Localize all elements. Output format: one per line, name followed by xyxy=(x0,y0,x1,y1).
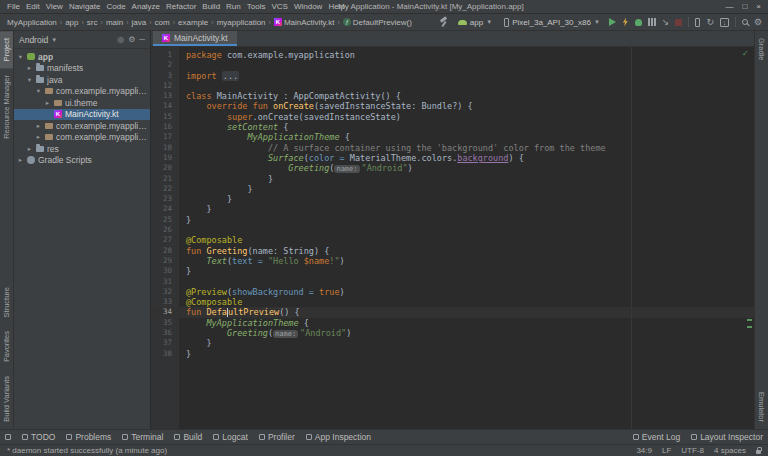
caret-position[interactable]: 34:9 xyxy=(636,446,652,455)
attach-debugger-button[interactable]: ↘ xyxy=(662,18,670,27)
breadcrumb-item-myapplication[interactable]: MyApplication xyxy=(6,18,58,27)
menu-view[interactable]: View xyxy=(43,2,66,11)
code-line-31[interactable]: 31 xyxy=(151,277,754,287)
code-line-19[interactable]: 19 Surface(color = MaterialTheme.colors.… xyxy=(151,153,754,163)
maximize-button[interactable]: □ xyxy=(742,2,747,11)
tool-stripe-resource-manager[interactable]: Resource Manager xyxy=(0,68,13,146)
breadcrumb-item-src[interactable]: src xyxy=(86,18,99,27)
code-line-25[interactable]: 25} xyxy=(151,215,754,225)
menu-navigate[interactable]: Navigate xyxy=(66,2,104,11)
settings-gear-icon[interactable]: ⚙ xyxy=(128,35,135,44)
menu-analyze[interactable]: Analyze xyxy=(129,2,163,11)
tree-item-ui-theme[interactable]: ▸ui.theme xyxy=(14,97,150,109)
code-line-37[interactable]: 37 } xyxy=(151,338,754,348)
menu-vcs[interactable]: VCS xyxy=(268,2,290,11)
code-line-27[interactable]: 27@Composable xyxy=(151,235,754,245)
tree-chevron-icon[interactable]: ▸ xyxy=(35,122,42,130)
menu-edit[interactable]: Edit xyxy=(23,2,43,11)
breadcrumb-item-app[interactable]: app xyxy=(64,18,79,27)
code-line-17[interactable]: 17 MyApplicationTheme { xyxy=(151,132,754,142)
sync-project-button[interactable]: ↻ xyxy=(706,18,714,27)
menu-code[interactable]: Code xyxy=(103,2,128,11)
toolwindow-layout-inspector[interactable]: Layout Inspector xyxy=(691,432,763,442)
code-line-32[interactable]: 32@Preview(showBackground = true) xyxy=(151,287,754,297)
code-line-20[interactable]: 20 Greeting(name:"Android") xyxy=(151,163,754,173)
code-line-1[interactable]: 1package com.example.myapplication xyxy=(151,50,754,60)
tree-chevron-icon[interactable]: ▾ xyxy=(35,87,42,95)
build-hammer-icon[interactable] xyxy=(439,17,449,27)
close-button[interactable]: × xyxy=(756,2,761,11)
code-line-33[interactable]: 33@Composable xyxy=(151,297,754,307)
code-line-26[interactable]: 26 xyxy=(151,225,754,235)
tool-stripe-project[interactable]: Project xyxy=(0,31,13,68)
tree-item-res[interactable]: ▸res xyxy=(14,143,150,155)
tree-item-mainactivity-kt[interactable]: KMainActivity.kt xyxy=(14,109,150,121)
code-line-28[interactable]: 28fun Greeting(name: String) { xyxy=(151,246,754,256)
breadcrumb-item-java[interactable]: java xyxy=(131,18,148,27)
code-line-18[interactable]: 18 // A surface container using the 'bac… xyxy=(151,143,754,153)
code-line-13[interactable]: 13class MainActivity : AppCompatActivity… xyxy=(151,91,754,101)
tree-chevron-icon[interactable]: ▸ xyxy=(26,145,33,153)
tree-chevron-icon[interactable]: ▾ xyxy=(17,53,24,61)
breadcrumb-item-main[interactable]: main xyxy=(105,18,124,27)
sdk-manager-button[interactable]: ↓ xyxy=(720,18,729,27)
tool-stripe-structure[interactable]: Structure xyxy=(0,280,13,324)
tree-chevron-icon[interactable]: ▸ xyxy=(17,156,24,164)
stop-button[interactable] xyxy=(675,19,682,26)
breadcrumb-item-myapplication[interactable]: myapplication xyxy=(216,18,267,27)
code-line-2[interactable]: 2 xyxy=(151,60,754,70)
device-select[interactable]: Pixel_3a_API_30_x86 ▼ xyxy=(501,17,603,28)
line-ending[interactable]: LF xyxy=(662,446,671,455)
editor-tab-mainactivity[interactable]: K MainActivity.kt xyxy=(153,31,237,46)
inspections-ok-icon[interactable]: ✓ xyxy=(743,48,748,58)
code-line-21[interactable]: 21 } xyxy=(151,174,754,184)
code-line-35[interactable]: 35 MyApplicationTheme { xyxy=(151,318,754,328)
code-line-36[interactable]: 36 Greeting(name:"Android") xyxy=(151,328,754,338)
breadcrumb-item-com[interactable]: com xyxy=(154,18,171,27)
lock-icon[interactable] xyxy=(756,450,761,454)
code-line-38[interactable]: 38} xyxy=(151,349,754,359)
code-editor[interactable]: 1package com.example.myapplication23impo… xyxy=(151,47,754,429)
code-line-22[interactable]: 22 } xyxy=(151,184,754,194)
project-view-select[interactable]: Android xyxy=(19,35,48,45)
search-everywhere-button[interactable] xyxy=(742,19,748,25)
tree-chevron-icon[interactable]: ▸ xyxy=(35,133,42,141)
toolwindow-event-log[interactable]: Event Log xyxy=(633,432,680,442)
menu-file[interactable]: File xyxy=(4,2,23,11)
tree-chevron-icon[interactable]: ▸ xyxy=(44,99,51,107)
tree-item-com-example-myapplication[interactable]: ▾com.example.myapplication xyxy=(14,86,150,98)
tree-chevron-icon[interactable]: ▾ xyxy=(26,76,33,84)
toolwindow-terminal[interactable]: Terminal xyxy=(122,432,163,442)
code-line-12[interactable]: 12 xyxy=(151,81,754,91)
tool-stripe-build-variants[interactable]: Build Variants xyxy=(0,369,13,429)
breadcrumb-item-mainactivity-kt[interactable]: KMainActivity.kt xyxy=(273,18,336,27)
profiler-button[interactable] xyxy=(648,18,656,26)
file-encoding[interactable]: UTF-8 xyxy=(681,446,704,455)
menu-build[interactable]: Build xyxy=(199,2,223,11)
apply-changes-button[interactable] xyxy=(622,18,629,27)
toolwindow-app-inspection[interactable]: App Inspection xyxy=(306,432,371,442)
tree-item-gradle-scripts[interactable]: ▸Gradle Scripts xyxy=(14,155,150,167)
toolwindow-todo[interactable]: TODO xyxy=(22,432,55,442)
toolwindow-toggle-icon[interactable] xyxy=(5,434,11,440)
tree-item-java[interactable]: ▾java xyxy=(14,74,150,86)
run-configuration-select[interactable]: app ▼ xyxy=(455,17,495,28)
code-line-24[interactable]: 24 } xyxy=(151,204,754,214)
tree-item-com-example-myapplication-test[interactable]: ▸com.example.myapplication (test) xyxy=(14,132,150,144)
tool-stripe-gradle[interactable]: Gradle xyxy=(755,31,768,68)
breadcrumb-item-defaultpreview[interactable]: ƒDefaultPreview() xyxy=(342,18,413,27)
code-line-3[interactable]: 3import ... xyxy=(151,71,754,81)
device-manager-button[interactable] xyxy=(695,18,700,27)
code-line-29[interactable]: 29 Text(text = "Hello $name!") xyxy=(151,256,754,266)
code-line-34[interactable]: 34fun DefaultPreview() { xyxy=(151,307,754,317)
tree-item-app[interactable]: ▾app xyxy=(14,51,150,63)
tool-stripe-emulator[interactable]: Emulator xyxy=(755,385,768,429)
menu-run[interactable]: Run xyxy=(223,2,244,11)
toolwindow-build[interactable]: Build xyxy=(174,432,202,442)
indent-setting[interactable]: 4 spaces xyxy=(714,446,746,455)
menu-tools[interactable]: Tools xyxy=(244,2,269,11)
code-line-16[interactable]: 16 setContent { xyxy=(151,122,754,132)
status-message[interactable]: * daemon started successfully (a minute … xyxy=(7,446,167,455)
run-button[interactable] xyxy=(609,18,616,26)
tree-item-manifests[interactable]: ▸manifests xyxy=(14,63,150,75)
